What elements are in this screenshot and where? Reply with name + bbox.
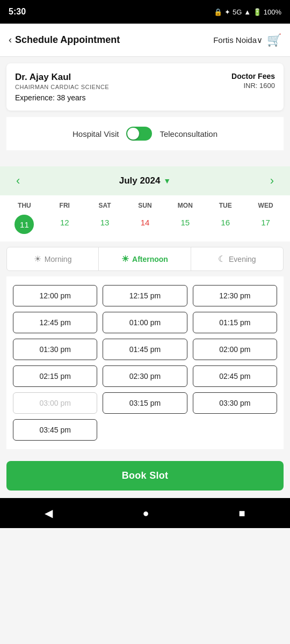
page-title: Schedule Appointment bbox=[15, 34, 120, 46]
morning-tab-label: Morning bbox=[45, 255, 72, 264]
day-header-sat: SAT bbox=[85, 202, 125, 209]
lock-icon: 🔒 bbox=[214, 8, 222, 16]
date-cell-17[interactable]: 17 bbox=[245, 215, 286, 234]
time-period-tabs: ☀ Morning ☀ Afternoon ☾ Evening bbox=[6, 247, 284, 271]
afternoon-tab[interactable]: ☀ Afternoon bbox=[99, 247, 191, 270]
prev-month-button[interactable]: ‹ bbox=[11, 174, 25, 188]
doctor-row: Dr. Ajay Kaul CHAIRMAN CARDIAC SCIENCE E… bbox=[15, 72, 275, 102]
morning-tab[interactable]: ☀ Morning bbox=[7, 247, 99, 270]
back-nav-icon[interactable]: ◀ bbox=[45, 507, 53, 519]
fees-value: INR: 1600 bbox=[231, 82, 275, 90]
cart-icon[interactable]: 🛒 bbox=[267, 33, 281, 47]
afternoon-tab-label: Afternoon bbox=[132, 255, 168, 264]
days-of-week: THUFRISATSUNMONTUEWED bbox=[0, 195, 290, 211]
network-icon: ▲ bbox=[244, 8, 251, 16]
date-cell-14[interactable]: 14 bbox=[125, 215, 165, 234]
hospital-visit-label: Hospital Visit bbox=[73, 129, 119, 138]
slot-12-15-pm[interactable]: 12:15 pm bbox=[103, 285, 187, 306]
slots-grid: 12:00 pm12:15 pm12:30 pm12:45 pm01:00 pm… bbox=[11, 283, 279, 443]
moon-icon: ☾ bbox=[218, 254, 226, 264]
doctor-fees: Doctor Fees INR: 1600 bbox=[231, 72, 275, 90]
doctor-name: Dr. Ajay Kaul bbox=[15, 72, 109, 83]
slots-section: 12:00 pm12:15 pm12:30 pm12:45 pm01:00 pm… bbox=[6, 276, 284, 449]
next-month-button[interactable]: › bbox=[265, 174, 279, 188]
day-header-sun: SUN bbox=[125, 202, 165, 209]
recents-nav-icon[interactable]: ■ bbox=[238, 507, 245, 519]
slot-02-15-pm[interactable]: 02:15 pm bbox=[13, 365, 97, 387]
doctor-experience: Experience: 38 years bbox=[15, 93, 109, 102]
slot-02-45-pm[interactable]: 02:45 pm bbox=[193, 365, 277, 387]
slot-12-00-pm[interactable]: 12:00 pm bbox=[13, 285, 97, 306]
status-bar: 5:30 🔒 ✦ 5G ▲ 🔋 100% bbox=[0, 0, 290, 24]
month-dropdown-icon: ▼ bbox=[163, 177, 171, 185]
evening-tab-label: Evening bbox=[229, 255, 256, 264]
slot-03-00-pm: 03:00 pm bbox=[13, 392, 97, 414]
slot-01-15-pm[interactable]: 01:15 pm bbox=[193, 312, 277, 333]
slot-02-00-pm[interactable]: 02:00 pm bbox=[193, 339, 277, 360]
day-header-wed: WED bbox=[245, 202, 286, 209]
date-cell-12[interactable]: 12 bbox=[45, 215, 85, 234]
battery-icon: 🔋 100% bbox=[253, 8, 281, 16]
date-cell-15[interactable]: 15 bbox=[165, 215, 205, 234]
book-slot-button[interactable]: Book Slot bbox=[6, 461, 284, 491]
visit-type-toggle: Hospital Visit Teleconsultation bbox=[6, 117, 284, 150]
slot-02-30-pm[interactable]: 02:30 pm bbox=[103, 365, 187, 387]
home-nav-icon[interactable]: ● bbox=[142, 507, 149, 519]
slot-01-30-pm[interactable]: 01:30 pm bbox=[13, 339, 97, 360]
header-left: ‹ Schedule Appointment bbox=[9, 34, 120, 46]
day-header-mon: MON bbox=[165, 202, 205, 209]
toggle-thumb bbox=[127, 128, 139, 140]
fees-label: Doctor Fees bbox=[231, 72, 275, 80]
hospital-selector[interactable]: Fortis Noida∨ bbox=[213, 35, 263, 45]
bottom-nav: ◀ ● ■ bbox=[0, 498, 290, 528]
status-time: 5:30 bbox=[9, 7, 26, 17]
book-btn-container: Book Slot bbox=[0, 453, 290, 498]
slot-01-45-pm[interactable]: 01:45 pm bbox=[103, 339, 187, 360]
slot-03-30-pm[interactable]: 03:30 pm bbox=[193, 392, 277, 414]
date-cell-16[interactable]: 16 bbox=[205, 215, 245, 234]
doctor-info: Dr. Ajay Kaul CHAIRMAN CARDIAC SCIENCE E… bbox=[15, 72, 109, 102]
spacer bbox=[0, 150, 290, 166]
toggle-switch[interactable] bbox=[126, 127, 152, 141]
status-icons: 🔒 ✦ 5G ▲ 🔋 100% bbox=[214, 8, 281, 16]
slot-03-15-pm[interactable]: 03:15 pm bbox=[103, 392, 187, 414]
doctor-card: Dr. Ajay Kaul CHAIRMAN CARDIAC SCIENCE E… bbox=[6, 63, 284, 111]
slot-12-45-pm[interactable]: 12:45 pm bbox=[13, 312, 97, 333]
day-header-tue: TUE bbox=[205, 202, 245, 209]
date-cell-13[interactable]: 13 bbox=[85, 215, 125, 234]
date-cell-11[interactable]: 11 bbox=[15, 215, 34, 234]
sun-icon: ☀ bbox=[34, 254, 41, 264]
header: ‹ Schedule Appointment Fortis Noida∨ 🛒 bbox=[0, 24, 290, 57]
dates-row: 11121314151617 bbox=[0, 211, 290, 241]
back-button[interactable]: ‹ bbox=[9, 34, 12, 46]
bluetooth-icon: ✦ bbox=[224, 8, 230, 16]
chevron-down-icon: ∨ bbox=[257, 35, 263, 45]
doctor-designation: CHAIRMAN CARDIAC SCIENCE bbox=[15, 84, 109, 90]
day-header-fri: FRI bbox=[45, 202, 85, 209]
month-year-display[interactable]: July 2024 ▼ bbox=[119, 175, 171, 186]
day-header-thu: THU bbox=[4, 202, 45, 209]
calendar-header: ‹ July 2024 ▼ › bbox=[0, 166, 290, 195]
header-right: Fortis Noida∨ 🛒 bbox=[213, 33, 281, 47]
teleconsultation-label: Teleconsultation bbox=[160, 129, 218, 138]
signal-icon: 5G bbox=[233, 8, 242, 16]
afternoon-sun-icon: ☀ bbox=[121, 254, 129, 264]
slot-01-00-pm[interactable]: 01:00 pm bbox=[103, 312, 187, 333]
slot-03-45-pm[interactable]: 03:45 pm bbox=[13, 419, 97, 441]
slot-12-30-pm[interactable]: 12:30 pm bbox=[193, 285, 277, 306]
evening-tab[interactable]: ☾ Evening bbox=[191, 247, 283, 270]
